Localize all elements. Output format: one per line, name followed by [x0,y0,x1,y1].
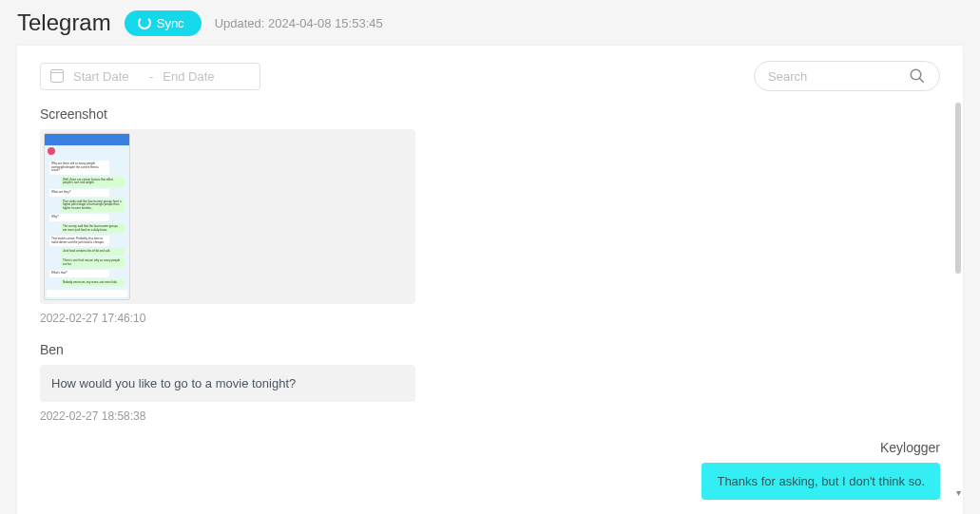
message-item: Keylogger Thanks for asking, but I don't… [40,440,940,500]
message-sender: Ben [40,342,940,357]
sync-icon [138,16,151,29]
scroll-down-icon[interactable]: ▾ [956,487,961,498]
date-separator: - [149,69,153,84]
calendar-icon [50,69,64,83]
search-icon [909,67,926,85]
scrollbar-thumb[interactable] [955,103,961,274]
end-date-input[interactable] [163,69,229,84]
message-sender: Screenshot [40,106,940,122]
updated-label: Updated: 2024-04-08 15:53:45 [215,16,383,30]
message-timestamp: 2022-02-27 17:46:10 [40,312,940,325]
date-range-picker[interactable]: - [40,63,260,90]
message-bubble: How would you like to go to a movie toni… [40,365,415,402]
search-box[interactable] [754,61,940,91]
scrollbar[interactable] [955,103,961,481]
message-timestamp: 2022-02-27 18:58:38 [40,409,940,423]
message-text: How would you like to go to a movie toni… [51,376,296,390]
start-date-input[interactable] [73,69,140,84]
message-bubble: Thanks for asking, but I don't think so. [701,463,940,500]
search-input[interactable] [768,69,901,84]
message-sender: Keylogger [40,440,940,455]
messages-list[interactable]: Screenshot Why are there still so many p… [17,106,963,514]
svg-line-1 [919,78,924,83]
message-bubble[interactable]: Why are there still so many people overw… [40,129,415,304]
screenshot-thumbnail[interactable]: Why are there still so many people overw… [44,133,130,300]
main-panel: - Screenshot Why are there still so many… [17,46,963,514]
message-item: Ben How would you like to go to a movie … [40,342,940,423]
toolbar: - [17,46,963,106]
page-title: Telegram [17,10,111,36]
sync-button-label: Sync [157,16,184,30]
message-text: Thanks for asking, but I don't think so. [717,474,925,488]
svg-point-0 [911,69,921,80]
sync-button[interactable]: Sync [125,10,202,36]
message-item: Screenshot Why are there still so many p… [40,106,940,325]
page-header: Telegram Sync Updated: 2024-04-08 15:53:… [0,0,980,46]
